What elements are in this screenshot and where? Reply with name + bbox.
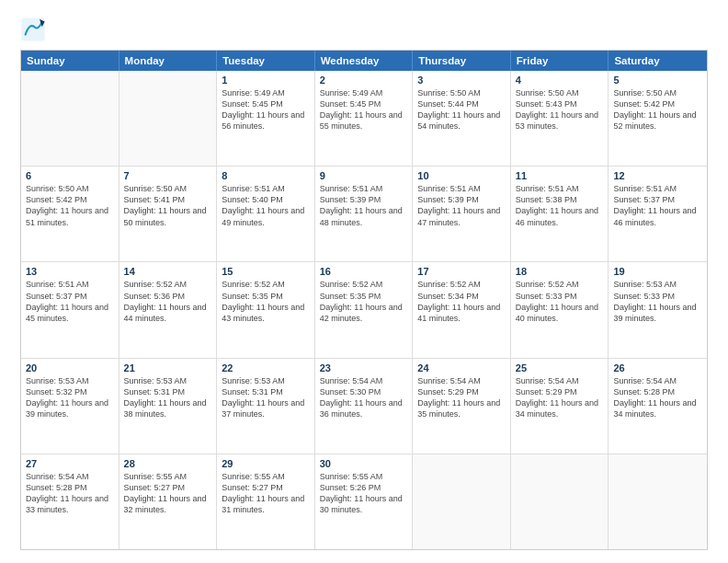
calendar-day-12: 12Sunrise: 5:51 AM Sunset: 5:37 PM Dayli… — [609, 167, 707, 261]
calendar-week-3: 20Sunrise: 5:53 AM Sunset: 5:32 PM Dayli… — [21, 358, 707, 454]
day-number: 1 — [222, 75, 310, 86]
calendar-day-24: 24Sunrise: 5:54 AM Sunset: 5:29 PM Dayli… — [413, 359, 511, 454]
day-info: Sunrise: 5:54 AM Sunset: 5:29 PM Dayligh… — [516, 375, 604, 420]
calendar-day-19: 19Sunrise: 5:53 AM Sunset: 5:33 PM Dayli… — [609, 262, 707, 357]
calendar-week-4: 27Sunrise: 5:54 AM Sunset: 5:28 PM Dayli… — [21, 454, 707, 549]
calendar-day-2: 2Sunrise: 5:49 AM Sunset: 5:45 PM Daylig… — [315, 71, 414, 166]
calendar-body: 1Sunrise: 5:49 AM Sunset: 5:45 PM Daylig… — [21, 71, 707, 549]
day-number: 5 — [613, 75, 702, 86]
day-number: 29 — [222, 458, 310, 469]
day-info: Sunrise: 5:49 AM Sunset: 5:45 PM Dayligh… — [320, 87, 408, 132]
day-info: Sunrise: 5:50 AM Sunset: 5:41 PM Dayligh… — [124, 183, 212, 228]
day-info: Sunrise: 5:50 AM Sunset: 5:44 PM Dayligh… — [417, 87, 506, 132]
calendar-day-3: 3Sunrise: 5:50 AM Sunset: 5:44 PM Daylig… — [413, 71, 511, 166]
day-info: Sunrise: 5:52 AM Sunset: 5:33 PM Dayligh… — [516, 279, 604, 324]
day-number: 7 — [124, 170, 212, 181]
calendar-header: SundayMondayTuesdayWednesdayThursdayFrid… — [21, 51, 707, 71]
calendar-day-4: 4Sunrise: 5:50 AM Sunset: 5:43 PM Daylig… — [511, 71, 609, 166]
page: SundayMondayTuesdayWednesdayThursdayFrid… — [0, 0, 728, 563]
day-number: 10 — [417, 170, 506, 181]
calendar-day-29: 29Sunrise: 5:55 AM Sunset: 5:27 PM Dayli… — [217, 454, 315, 549]
day-number: 26 — [613, 362, 702, 373]
calendar-day-1: 1Sunrise: 5:49 AM Sunset: 5:45 PM Daylig… — [217, 71, 315, 166]
day-number: 11 — [516, 170, 604, 181]
logo-icon — [20, 17, 46, 42]
day-number: 28 — [124, 458, 212, 469]
day-info: Sunrise: 5:51 AM Sunset: 5:39 PM Dayligh… — [320, 183, 408, 228]
calendar-week-1: 6Sunrise: 5:50 AM Sunset: 5:42 PM Daylig… — [21, 166, 707, 261]
day-number: 3 — [417, 75, 506, 86]
day-info: Sunrise: 5:55 AM Sunset: 5:27 PM Dayligh… — [222, 471, 310, 516]
calendar-day-20: 20Sunrise: 5:53 AM Sunset: 5:32 PM Dayli… — [21, 359, 119, 454]
calendar: SundayMondayTuesdayWednesdayThursdayFrid… — [20, 50, 708, 550]
calendar-day-empty — [413, 454, 511, 549]
day-info: Sunrise: 5:52 AM Sunset: 5:34 PM Dayligh… — [417, 279, 506, 324]
day-info: Sunrise: 5:52 AM Sunset: 5:35 PM Dayligh… — [320, 279, 408, 324]
day-number: 8 — [222, 170, 310, 181]
day-info: Sunrise: 5:53 AM Sunset: 5:31 PM Dayligh… — [222, 375, 310, 420]
calendar-day-21: 21Sunrise: 5:53 AM Sunset: 5:31 PM Dayli… — [119, 359, 218, 454]
day-number: 2 — [320, 75, 408, 86]
calendar-day-14: 14Sunrise: 5:52 AM Sunset: 5:36 PM Dayli… — [119, 262, 218, 357]
day-info: Sunrise: 5:54 AM Sunset: 5:29 PM Dayligh… — [417, 375, 506, 420]
day-info: Sunrise: 5:50 AM Sunset: 5:42 PM Dayligh… — [613, 87, 702, 132]
calendar-day-5: 5Sunrise: 5:50 AM Sunset: 5:42 PM Daylig… — [609, 71, 707, 166]
day-number: 22 — [222, 362, 310, 373]
header-day-saturday: Saturday — [609, 51, 707, 71]
day-info: Sunrise: 5:55 AM Sunset: 5:27 PM Dayligh… — [124, 471, 212, 516]
day-number: 27 — [26, 458, 114, 469]
calendar-day-30: 30Sunrise: 5:55 AM Sunset: 5:26 PM Dayli… — [315, 454, 414, 549]
calendar-day-27: 27Sunrise: 5:54 AM Sunset: 5:28 PM Dayli… — [21, 454, 119, 549]
day-info: Sunrise: 5:53 AM Sunset: 5:32 PM Dayligh… — [26, 375, 114, 420]
day-number: 12 — [613, 170, 702, 181]
calendar-day-empty — [21, 71, 119, 166]
calendar-day-16: 16Sunrise: 5:52 AM Sunset: 5:35 PM Dayli… — [315, 262, 414, 357]
day-info: Sunrise: 5:51 AM Sunset: 5:38 PM Dayligh… — [516, 183, 604, 228]
calendar-day-17: 17Sunrise: 5:52 AM Sunset: 5:34 PM Dayli… — [413, 262, 511, 357]
day-number: 17 — [417, 266, 506, 277]
calendar-day-18: 18Sunrise: 5:52 AM Sunset: 5:33 PM Dayli… — [511, 262, 609, 357]
day-number: 6 — [26, 170, 114, 181]
day-number: 23 — [320, 362, 408, 373]
day-info: Sunrise: 5:49 AM Sunset: 5:45 PM Dayligh… — [222, 87, 310, 132]
calendar-day-13: 13Sunrise: 5:51 AM Sunset: 5:37 PM Dayli… — [21, 262, 119, 357]
header-day-friday: Friday — [511, 51, 609, 71]
calendar-day-10: 10Sunrise: 5:51 AM Sunset: 5:39 PM Dayli… — [413, 167, 511, 261]
day-number: 19 — [613, 266, 702, 277]
day-info: Sunrise: 5:55 AM Sunset: 5:26 PM Dayligh… — [320, 471, 408, 516]
header-day-tuesday: Tuesday — [217, 51, 315, 71]
header-day-thursday: Thursday — [413, 51, 511, 71]
calendar-day-15: 15Sunrise: 5:52 AM Sunset: 5:35 PM Dayli… — [217, 262, 315, 357]
calendar-day-9: 9Sunrise: 5:51 AM Sunset: 5:39 PM Daylig… — [315, 167, 414, 261]
calendar-day-26: 26Sunrise: 5:54 AM Sunset: 5:28 PM Dayli… — [609, 359, 707, 454]
day-info: Sunrise: 5:53 AM Sunset: 5:33 PM Dayligh… — [613, 279, 702, 324]
calendar-week-2: 13Sunrise: 5:51 AM Sunset: 5:37 PM Dayli… — [21, 261, 707, 357]
header — [20, 17, 708, 42]
calendar-day-8: 8Sunrise: 5:51 AM Sunset: 5:40 PM Daylig… — [217, 167, 315, 261]
day-info: Sunrise: 5:51 AM Sunset: 5:37 PM Dayligh… — [613, 183, 702, 228]
day-info: Sunrise: 5:50 AM Sunset: 5:42 PM Dayligh… — [26, 183, 114, 228]
day-number: 15 — [222, 266, 310, 277]
day-number: 16 — [320, 266, 408, 277]
calendar-day-22: 22Sunrise: 5:53 AM Sunset: 5:31 PM Dayli… — [217, 359, 315, 454]
calendar-day-6: 6Sunrise: 5:50 AM Sunset: 5:42 PM Daylig… — [21, 167, 119, 261]
calendar-day-11: 11Sunrise: 5:51 AM Sunset: 5:38 PM Dayli… — [511, 167, 609, 261]
calendar-day-28: 28Sunrise: 5:55 AM Sunset: 5:27 PM Dayli… — [119, 454, 218, 549]
day-number: 18 — [516, 266, 604, 277]
day-info: Sunrise: 5:52 AM Sunset: 5:36 PM Dayligh… — [124, 279, 212, 324]
day-info: Sunrise: 5:50 AM Sunset: 5:43 PM Dayligh… — [516, 87, 604, 132]
header-day-sunday: Sunday — [21, 51, 119, 71]
day-number: 20 — [26, 362, 114, 373]
day-info: Sunrise: 5:52 AM Sunset: 5:35 PM Dayligh… — [222, 279, 310, 324]
day-number: 9 — [320, 170, 408, 181]
calendar-week-0: 1Sunrise: 5:49 AM Sunset: 5:45 PM Daylig… — [21, 71, 707, 166]
day-info: Sunrise: 5:51 AM Sunset: 5:40 PM Dayligh… — [222, 183, 310, 228]
day-number: 14 — [124, 266, 212, 277]
day-info: Sunrise: 5:53 AM Sunset: 5:31 PM Dayligh… — [124, 375, 212, 420]
calendar-day-25: 25Sunrise: 5:54 AM Sunset: 5:29 PM Dayli… — [511, 359, 609, 454]
calendar-day-23: 23Sunrise: 5:54 AM Sunset: 5:30 PM Dayli… — [315, 359, 414, 454]
day-info: Sunrise: 5:54 AM Sunset: 5:28 PM Dayligh… — [613, 375, 702, 420]
day-info: Sunrise: 5:54 AM Sunset: 5:30 PM Dayligh… — [320, 375, 408, 420]
day-number: 24 — [417, 362, 506, 373]
calendar-day-7: 7Sunrise: 5:50 AM Sunset: 5:41 PM Daylig… — [119, 167, 218, 261]
